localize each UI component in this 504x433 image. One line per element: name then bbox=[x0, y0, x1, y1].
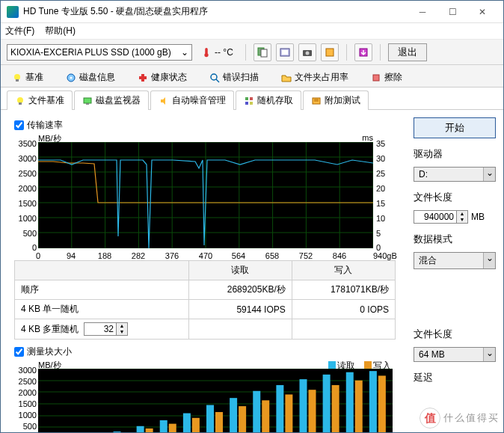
tab-random-access[interactable]: 随机存取 bbox=[236, 90, 301, 110]
svg-rect-73 bbox=[239, 406, 246, 433]
data-mode-label: 数据模式 bbox=[414, 233, 496, 246]
watermark-text: 什么值得买 bbox=[443, 411, 500, 425]
delay-label: 延迟 bbox=[414, 371, 496, 384]
temperature-value: -- °C bbox=[215, 47, 233, 58]
svg-rect-71 bbox=[215, 412, 223, 433]
bulb-icon bbox=[15, 96, 25, 106]
results-table: 读取写入 顺序2689205KB/秒1781071KB/秒 4 KB 单一随机5… bbox=[14, 260, 396, 340]
tab-disk-monitor[interactable]: 磁盘监视器 bbox=[74, 90, 149, 110]
block-size-checkbox[interactable]: 测量块大小 bbox=[14, 346, 406, 358]
chevron-down-icon[interactable]: ▼ bbox=[457, 217, 467, 223]
file-length-spinner[interactable]: ▲▼ bbox=[414, 210, 468, 224]
app-icon bbox=[7, 6, 19, 18]
folder-icon bbox=[281, 73, 292, 83]
drive-letter-select[interactable]: D:⌄ bbox=[414, 167, 496, 182]
svg-rect-76 bbox=[276, 385, 283, 433]
random-icon bbox=[244, 96, 254, 106]
drive-select-value: KIOXIA-EXCERIA PLUS SSD (1000 gB) bbox=[10, 47, 171, 58]
svg-rect-68 bbox=[183, 414, 191, 433]
tab-file-benchmark[interactable]: 文件基准 bbox=[7, 90, 73, 110]
transfer-chart: MB/秒 ms 3500 3000 2500 2000 1500 1000 50… bbox=[14, 133, 396, 260]
svg-point-13 bbox=[70, 76, 73, 79]
drive-select[interactable]: KIOXIA-EXCERIA PLUS SSD (1000 gB) ⌄ bbox=[7, 44, 192, 61]
menu-help[interactable]: 帮助(H) bbox=[45, 25, 76, 37]
chevron-down-icon[interactable]: ▼ bbox=[117, 329, 127, 335]
thermometer-icon bbox=[201, 47, 212, 58]
close-button[interactable]: ✕ bbox=[467, 1, 497, 22]
exit-button[interactable]: 退出 bbox=[388, 43, 427, 61]
drive-label: 驱动器 bbox=[414, 147, 496, 161]
svg-rect-3 bbox=[261, 49, 267, 57]
options-button[interactable] bbox=[321, 43, 339, 61]
file-length-label: 文件长度 bbox=[414, 191, 496, 204]
svg-rect-78 bbox=[300, 379, 307, 433]
svg-rect-26 bbox=[250, 102, 253, 105]
svg-rect-85 bbox=[378, 375, 386, 433]
menu-file[interactable]: 文件(F) bbox=[5, 25, 34, 37]
file-length-2-select[interactable]: 64 MB⌄ bbox=[414, 347, 496, 362]
svg-rect-75 bbox=[262, 400, 269, 433]
transfer-rate-checkbox[interactable]: 传输速率 bbox=[14, 119, 406, 132]
side-panel: 开始 驱动器 D:⌄ 文件长度 ▲▼ MB 数据模式 混合⌄ 文件长度 64 M… bbox=[414, 117, 496, 433]
save-button[interactable] bbox=[354, 43, 372, 61]
tab-health[interactable]: 健康状态 bbox=[126, 68, 198, 87]
chevron-down-icon: ⌄ bbox=[181, 47, 188, 58]
chevron-down-icon: ⌄ bbox=[483, 168, 495, 181]
content-area: 传输速率 MB/秒 ms 3500 3000 2500 2000 1500 10… bbox=[1, 110, 503, 433]
maximize-button[interactable]: ☐ bbox=[437, 1, 467, 22]
temperature-display: -- °C bbox=[197, 47, 238, 58]
tab-aam[interactable]: 自动噪音管理 bbox=[150, 90, 234, 110]
svg-rect-77 bbox=[285, 394, 292, 433]
queue-depth-spinner[interactable]: ▲▼ bbox=[84, 322, 128, 336]
watermark: 值 什么值得买 bbox=[420, 408, 500, 429]
title-bar: HD Tune 专业版 5.50 - 硬盘/固态硬盘实用程序 ─ ☐ ✕ bbox=[1, 1, 503, 23]
read-swatch bbox=[328, 361, 336, 369]
tab-strip-top: 基准 磁盘信息 健康状态 错误扫描 文件夹占用率 擦除 bbox=[1, 65, 503, 87]
svg-rect-79 bbox=[309, 390, 316, 433]
svg-rect-65 bbox=[146, 429, 153, 433]
chevron-up-icon[interactable]: ▲ bbox=[117, 323, 127, 329]
window-title: HD Tune 专业版 5.50 - 硬盘/固态硬盘实用程序 bbox=[23, 5, 408, 18]
table-row: 4 KB 多重随机 ▲▼ bbox=[15, 319, 396, 340]
chevron-down-icon: ⌄ bbox=[483, 253, 495, 268]
bulb-icon bbox=[12, 73, 22, 83]
minimize-button[interactable]: ─ bbox=[408, 1, 437, 22]
block-size-chart: MB/秒 读取 写入 3000 2500 2000 1500 1000 500 … bbox=[14, 360, 396, 433]
svg-rect-66 bbox=[160, 420, 168, 433]
svg-point-19 bbox=[17, 97, 23, 103]
tab-benchmark[interactable]: 基准 bbox=[1, 68, 55, 87]
svg-rect-25 bbox=[245, 102, 248, 105]
table-row: 顺序2689205KB/秒1781071KB/秒 bbox=[15, 280, 396, 300]
screenshot-button[interactable] bbox=[276, 43, 294, 61]
svg-rect-5 bbox=[282, 50, 288, 55]
camera-button[interactable] bbox=[298, 43, 316, 61]
svg-rect-18 bbox=[373, 75, 379, 81]
svg-rect-15 bbox=[139, 76, 147, 79]
svg-rect-74 bbox=[253, 391, 260, 433]
svg-line-17 bbox=[216, 79, 219, 82]
toolbar: KIOXIA-EXCERIA PLUS SSD (1000 gB) ⌄ -- °… bbox=[1, 40, 503, 65]
start-button[interactable]: 开始 bbox=[414, 117, 496, 138]
y2-axis-unit: ms bbox=[362, 133, 373, 142]
svg-rect-64 bbox=[137, 426, 144, 433]
tab-folder-usage[interactable]: 文件夹占用率 bbox=[270, 68, 360, 87]
svg-rect-20 bbox=[19, 102, 22, 105]
svg-point-1 bbox=[204, 52, 208, 56]
write-swatch bbox=[364, 361, 372, 369]
copy-info-button[interactable] bbox=[253, 43, 271, 61]
tab-error-scan[interactable]: 错误扫描 bbox=[198, 68, 270, 87]
svg-rect-22 bbox=[86, 103, 89, 105]
tab-strip-bottom: 文件基准 磁盘监视器 自动噪音管理 随机存取 附加测试 bbox=[1, 87, 503, 110]
tab-disk-info[interactable]: 磁盘信息 bbox=[55, 68, 126, 87]
monitor-icon bbox=[82, 96, 93, 106]
tab-erase[interactable]: 擦除 bbox=[360, 68, 414, 87]
svg-point-16 bbox=[211, 74, 217, 80]
tab-extra-tests[interactable]: 附加测试 bbox=[303, 90, 369, 110]
svg-rect-72 bbox=[230, 398, 237, 433]
data-mode-select[interactable]: 混合⌄ bbox=[414, 252, 496, 269]
health-icon bbox=[138, 73, 148, 83]
chevron-up-icon[interactable]: ▲ bbox=[457, 211, 467, 217]
table-row: 4 KB 单一随机59144 IOPS0 IOPS bbox=[15, 300, 396, 319]
svg-rect-67 bbox=[169, 424, 176, 433]
extra-icon bbox=[311, 96, 322, 106]
